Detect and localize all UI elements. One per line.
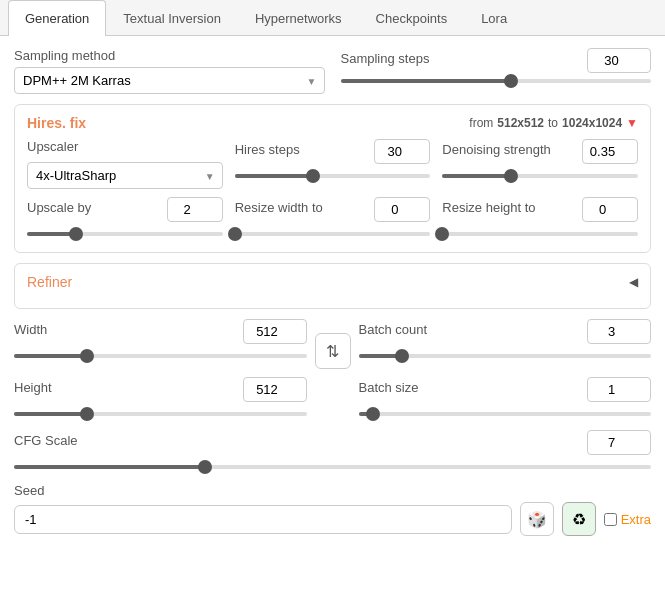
hires-title: Hires. fix [27, 115, 86, 131]
width-track [14, 354, 307, 358]
batch-size-thumb[interactable] [366, 407, 380, 421]
hires-steps-group: Hires steps [235, 139, 431, 189]
hires-steps-header: Hires steps [235, 139, 431, 164]
height-thumb[interactable] [80, 407, 94, 421]
cfg-thumb[interactable] [198, 460, 212, 474]
hires-to-label: to [548, 116, 558, 130]
sampling-method-wrapper: DPM++ 2M Karras [14, 67, 325, 94]
width-header: Width [14, 319, 307, 344]
cfg-slider[interactable] [14, 459, 651, 475]
extra-checkbox[interactable] [604, 513, 617, 526]
tab-lora[interactable]: Lora [464, 0, 524, 36]
cfg-header: CFG Scale [14, 430, 651, 455]
cfg-group: CFG Scale [14, 430, 651, 475]
upscale-by-thumb[interactable] [69, 227, 83, 241]
refiner-title: Refiner [27, 274, 72, 290]
width-slider[interactable] [14, 348, 307, 364]
upscaler-label: Upscaler [27, 139, 223, 154]
resize-h-header: Resize height to [442, 197, 638, 222]
batch-size-input[interactable] [587, 377, 651, 402]
width-input[interactable] [243, 319, 307, 344]
hires-steps-input[interactable] [374, 139, 430, 164]
denoising-slider[interactable] [442, 168, 638, 184]
resize-w-input[interactable] [374, 197, 430, 222]
main-content: Sampling method DPM++ 2M Karras Sampling… [0, 36, 665, 548]
batch-count-header: Batch count [359, 319, 652, 344]
seed-input[interactable] [14, 505, 512, 534]
extra-label: Extra [604, 512, 651, 527]
denoising-track [442, 174, 638, 178]
upscale-by-label: Upscale by [27, 200, 91, 215]
seed-label: Seed [14, 483, 651, 498]
height-group: Height [14, 377, 307, 422]
upscale-by-input[interactable] [167, 197, 223, 222]
upscale-by-header: Upscale by [27, 197, 223, 222]
sampling-steps-input[interactable] [587, 48, 651, 73]
sampling-method-col: Sampling method DPM++ 2M Karras [14, 48, 325, 94]
cfg-fill [14, 465, 205, 469]
width-fill [14, 354, 87, 358]
tab-hypernetworks[interactable]: Hypernetworks [238, 0, 359, 36]
width-group: Width [14, 319, 307, 364]
cfg-track [14, 465, 651, 469]
hires-collapse-icon[interactable]: ▼ [626, 116, 638, 130]
tabs-bar: Generation Textual Inversion Hypernetwor… [0, 0, 665, 36]
hires-from-res: 512x512 [497, 116, 544, 130]
denoising-input[interactable] [582, 139, 638, 164]
refiner-collapse-icon[interactable]: ◀ [629, 275, 638, 289]
upscaler-wrapper: 4x-UltraSharp [27, 162, 223, 189]
resize-w-slider[interactable] [235, 226, 431, 242]
hires-steps-track [235, 174, 431, 178]
seed-row: 🎲 ♻ Extra [14, 502, 651, 536]
swap-wh-button[interactable]: ⇅ [315, 333, 351, 369]
tab-generation[interactable]: Generation [8, 0, 106, 36]
height-fill [14, 412, 87, 416]
resize-h-thumb[interactable] [435, 227, 449, 241]
batch-count-thumb[interactable] [395, 349, 409, 363]
batch-size-header: Batch size [359, 377, 652, 402]
width-thumb[interactable] [80, 349, 94, 363]
batch-count-group: Batch count [359, 319, 652, 364]
resize-h-group: Resize height to [442, 197, 638, 242]
denoising-thumb[interactable] [504, 169, 518, 183]
sampling-method-select[interactable]: DPM++ 2M Karras [14, 67, 325, 94]
resize-w-label: Resize width to [235, 200, 323, 215]
sampling-steps-track [341, 79, 652, 83]
dice-button[interactable]: 🎲 [520, 502, 554, 536]
resize-h-input[interactable] [582, 197, 638, 222]
wh-batch-row: Width ⇅ Batch count [14, 319, 651, 369]
height-slider[interactable] [14, 406, 307, 422]
hires-info: from 512x512 to 1024x1024 ▼ [469, 116, 638, 130]
sampling-steps-col: Sampling steps [341, 48, 652, 89]
hires-steps-slider[interactable] [235, 168, 431, 184]
resize-w-thumb[interactable] [228, 227, 242, 241]
batch-count-track [359, 354, 652, 358]
h-batchsize-row: Height Batch size [14, 377, 651, 422]
width-label: Width [14, 322, 47, 337]
resize-h-track [442, 232, 638, 236]
denoising-group: Denoising strength [442, 139, 638, 189]
hires-steps-thumb[interactable] [306, 169, 320, 183]
height-input[interactable] [243, 377, 307, 402]
resize-w-header: Resize width to [235, 197, 431, 222]
recycle-button[interactable]: ♻ [562, 502, 596, 536]
resize-h-slider[interactable] [442, 226, 638, 242]
cfg-input[interactable] [587, 430, 651, 455]
upscale-by-slider[interactable] [27, 226, 223, 242]
sampling-steps-header: Sampling steps [341, 48, 652, 73]
hires-steps-fill [235, 174, 313, 178]
tab-checkpoints[interactable]: Checkpoints [359, 0, 465, 36]
batch-count-label: Batch count [359, 322, 428, 337]
upscaler-select[interactable]: 4x-UltraSharp [27, 162, 223, 189]
sampling-steps-thumb[interactable] [504, 74, 518, 88]
batch-count-input[interactable] [587, 319, 651, 344]
sampling-steps-slider[interactable] [341, 73, 652, 89]
batch-count-slider[interactable] [359, 348, 652, 364]
batch-size-slider[interactable] [359, 406, 652, 422]
tab-textual-inversion[interactable]: Textual Inversion [106, 0, 238, 36]
hires-section: Hires. fix from 512x512 to 1024x1024 ▼ U… [14, 104, 651, 253]
cfg-label: CFG Scale [14, 433, 78, 448]
height-header: Height [14, 377, 307, 402]
hires-header: Hires. fix from 512x512 to 1024x1024 ▼ [27, 115, 638, 131]
dice-icon: 🎲 [527, 510, 547, 529]
